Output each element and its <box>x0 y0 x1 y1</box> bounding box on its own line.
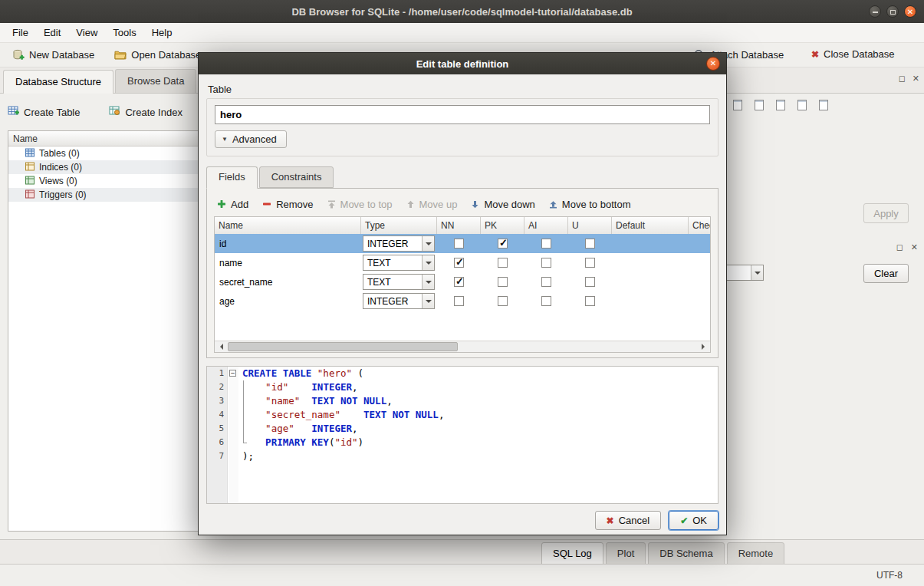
fold-column <box>228 394 238 408</box>
ai-checkbox[interactable] <box>541 296 551 306</box>
field-name-cell[interactable]: secret_name <box>215 277 361 288</box>
fold-collapse-icon[interactable]: − <box>229 370 236 377</box>
create-table-button[interactable]: Create Table <box>8 105 80 119</box>
col-header-pk[interactable]: PK <box>481 217 524 234</box>
bottom-tab-bar: SQL Log Plot DB Schema Remote <box>541 542 787 565</box>
remove-field-button[interactable]: Remove <box>262 199 313 210</box>
tab-fields[interactable]: Fields <box>206 166 258 189</box>
type-combobox[interactable]: TEXT <box>363 255 435 271</box>
col-header-nn[interactable]: NN <box>437 217 481 234</box>
u-checkbox[interactable] <box>585 277 595 287</box>
add-field-button[interactable]: Add <box>217 199 248 210</box>
field-name-cell[interactable]: id <box>215 239 361 249</box>
menu-tools[interactable]: Tools <box>105 24 143 41</box>
nn-checkbox[interactable] <box>454 277 464 287</box>
col-header-name[interactable]: Name <box>215 217 361 234</box>
open-database-button[interactable]: Open Database <box>110 46 206 64</box>
chevron-down-icon: ▼ <box>222 136 228 143</box>
sql-preview-editor[interactable]: 1 − CREATE TABLE "hero" ( 2 "id" INTEGER… <box>206 366 718 504</box>
scrollbar-thumb[interactable] <box>228 342 458 351</box>
col-header-u[interactable]: U <box>568 217 612 234</box>
apply-button[interactable]: Apply <box>863 203 909 223</box>
pk-checkbox[interactable] <box>498 277 508 287</box>
type-combobox[interactable]: INTEGER <box>363 293 435 309</box>
move-up-button[interactable]: Move up <box>406 199 458 210</box>
nn-cell <box>437 258 481 268</box>
grid-horizontal-scrollbar[interactable] <box>215 341 710 352</box>
sql-code: "id" INTEGER, <box>238 380 718 394</box>
type-combobox[interactable]: INTEGER <box>363 235 435 252</box>
nn-checkbox[interactable] <box>454 239 464 249</box>
field-row-id[interactable]: id INTEGER <box>215 234 710 253</box>
table-name-input[interactable] <box>215 105 710 124</box>
field-row-age[interactable]: age INTEGER <box>215 291 710 311</box>
dock-tool-icon[interactable] <box>750 97 768 114</box>
dock-tool-icon[interactable] <box>728 97 747 114</box>
dock-float-icon[interactable]: ◻ <box>899 74 906 84</box>
dock-tool-icon[interactable] <box>793 97 811 114</box>
dock-tool-icon[interactable] <box>771 97 790 114</box>
ai-checkbox[interactable] <box>541 277 551 287</box>
move-down-button[interactable]: Move down <box>471 199 534 210</box>
dock-tool-icon[interactable] <box>814 97 833 114</box>
u-checkbox[interactable] <box>585 239 595 249</box>
combo-arrow[interactable] <box>422 294 434 308</box>
clear-button[interactable]: Clear <box>863 264 909 283</box>
combo-arrow[interactable] <box>422 255 434 270</box>
cancel-button[interactable]: ✖ Cancel <box>595 511 662 530</box>
field-type-cell: TEXT <box>361 274 437 290</box>
combo-arrow[interactable] <box>422 275 434 289</box>
scroll-right-button[interactable] <box>698 341 710 352</box>
nn-checkbox[interactable] <box>454 296 464 306</box>
col-header-default[interactable]: Default <box>612 217 689 234</box>
nn-checkbox[interactable] <box>454 258 464 268</box>
dock-close-icon[interactable]: ✕ <box>911 242 918 252</box>
dock-float-icon[interactable]: ◻ <box>896 242 903 252</box>
combo-arrow[interactable] <box>422 236 434 251</box>
ok-button[interactable]: ✔ OK <box>669 511 718 530</box>
tab-plot[interactable]: Plot <box>606 542 646 565</box>
sql-line: 5 "age" INTEGER, <box>207 422 718 436</box>
ai-checkbox[interactable] <box>541 239 551 249</box>
pk-cell <box>481 296 524 306</box>
pk-checkbox[interactable] <box>498 258 508 268</box>
field-row-secret-name[interactable]: secret_name TEXT <box>215 272 710 291</box>
tab-constraints[interactable]: Constraints <box>259 166 334 188</box>
advanced-toggle-button[interactable]: ▼ Advanced <box>215 130 287 148</box>
tab-sql-log[interactable]: SQL Log <box>541 542 603 565</box>
dialog-close-button[interactable]: ✕ <box>706 57 720 71</box>
minimize-button[interactable] <box>869 5 881 18</box>
tab-remote[interactable]: Remote <box>727 542 785 565</box>
maximize-button[interactable] <box>886 5 899 18</box>
u-checkbox[interactable] <box>585 296 595 306</box>
create-index-button[interactable]: Create Index <box>109 105 182 119</box>
tab-browse-data[interactable]: Browse Data <box>115 69 196 93</box>
field-name-cell[interactable]: name <box>215 258 361 268</box>
u-checkbox[interactable] <box>585 258 595 268</box>
menu-help[interactable]: Help <box>144 24 180 41</box>
menu-view[interactable]: View <box>68 24 105 41</box>
pk-checkbox[interactable] <box>498 296 508 306</box>
scroll-left-button[interactable] <box>215 341 227 352</box>
tab-database-structure[interactable]: Database Structure <box>3 70 113 94</box>
menu-edit[interactable]: Edit <box>36 24 68 41</box>
field-name-cell[interactable]: age <box>215 296 361 307</box>
col-header-ai[interactable]: AI <box>524 217 568 234</box>
sql-code: CREATE TABLE "hero" ( <box>238 367 718 380</box>
col-header-type[interactable]: Type <box>361 217 437 234</box>
new-database-button[interactable]: New Database <box>8 46 99 64</box>
ai-checkbox[interactable] <box>541 258 551 268</box>
close-database-button[interactable]: ✖ Close Database <box>807 45 899 63</box>
sql-code: "name" TEXT NOT NULL, <box>238 394 718 408</box>
move-to-bottom-button[interactable]: Move to bottom <box>549 199 631 210</box>
move-to-top-button[interactable]: Move to top <box>327 199 393 210</box>
field-row-name[interactable]: name TEXT <box>215 253 710 272</box>
col-header-check[interactable]: Check <box>689 217 711 234</box>
type-combobox[interactable]: TEXT <box>363 274 435 290</box>
tab-db-schema[interactable]: DB Schema <box>648 542 724 565</box>
arrow-right-icon <box>702 344 708 350</box>
dock-close-icon[interactable]: ✕ <box>912 74 919 84</box>
close-window-button[interactable]: ✕ <box>904 5 916 18</box>
pk-checkbox[interactable] <box>498 239 508 249</box>
menu-file[interactable]: File <box>5 24 36 41</box>
